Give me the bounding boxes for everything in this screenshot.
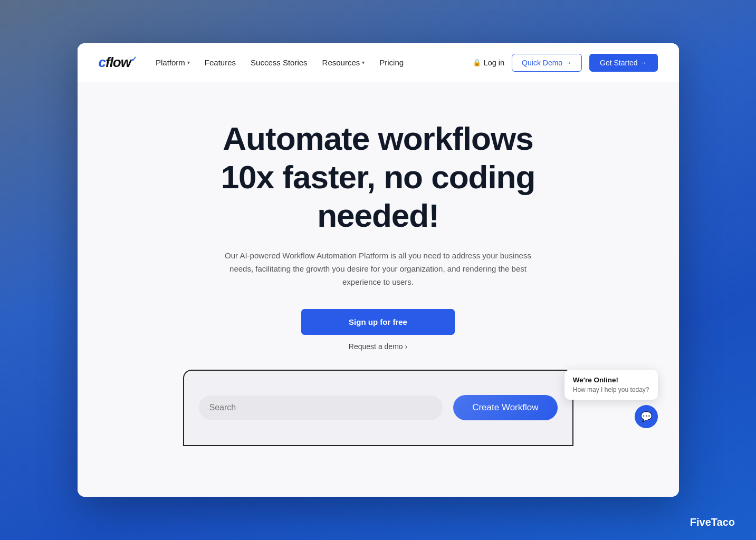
nav-resources[interactable]: Resources ▾ (322, 58, 365, 67)
hero-subtitle: Our AI-powered Workflow Automation Platf… (223, 249, 534, 288)
chat-subtitle: How may I help you today? (573, 386, 649, 393)
signup-button[interactable]: Sign up for free (301, 309, 455, 335)
nav-pricing[interactable]: Pricing (379, 58, 404, 67)
nav-features[interactable]: Features (205, 58, 236, 67)
chat-message-icon: 💬 (640, 411, 652, 422)
logo[interactable]: cflow✓ (99, 54, 137, 71)
resources-chevron-icon: ▾ (362, 60, 365, 65)
nav-platform[interactable]: Platform ▾ (156, 58, 190, 67)
workflow-preview: Create Workflow (183, 370, 573, 446)
platform-chevron-icon: ▾ (187, 60, 190, 65)
hero-title: Automate workflows 10x faster, no coding… (221, 119, 535, 235)
create-workflow-button[interactable]: Create Workflow (453, 395, 557, 420)
login-button[interactable]: 🔒 Log in (473, 59, 505, 67)
fivetaco-brand: FiveTaco (690, 516, 735, 528)
browser-window: cflow✓ Platform ▾ Features Success Stori… (78, 43, 679, 497)
logo-text: cflow✓ (99, 54, 137, 71)
nav-success-stories[interactable]: Success Stories (251, 58, 308, 67)
navbar: cflow✓ Platform ▾ Features Success Stori… (78, 43, 679, 82)
quick-demo-button[interactable]: Quick Demo → (512, 54, 582, 72)
hero-actions: Sign up for free Request a demo › (301, 309, 455, 351)
chat-popup: We're Online! How may I help you today? (564, 370, 658, 400)
chat-online-status: We're Online! (573, 376, 649, 384)
nav-right: 🔒 Log in Quick Demo → Get Started → (473, 54, 658, 72)
main-content: Automate workflows 10x faster, no coding… (78, 82, 679, 497)
nav-links: Platform ▾ Features Success Stories Reso… (156, 58, 473, 67)
request-demo-link[interactable]: Request a demo › (349, 342, 407, 351)
get-started-button[interactable]: Get Started → (589, 54, 657, 72)
chat-widget: We're Online! How may I help you today? … (564, 370, 658, 428)
chat-icon-button[interactable]: 💬 (635, 405, 658, 428)
search-input[interactable] (199, 396, 443, 420)
lock-icon: 🔒 (473, 59, 481, 66)
